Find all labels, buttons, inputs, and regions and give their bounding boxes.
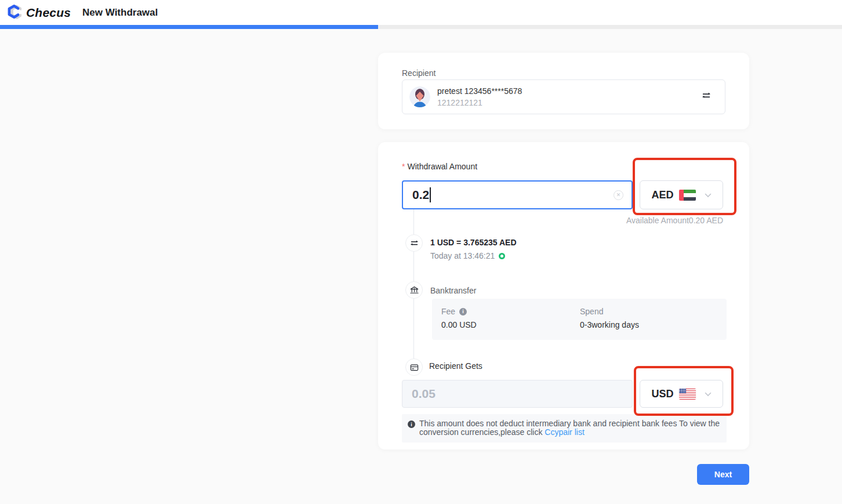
required-mark: *	[402, 162, 405, 171]
withdrawal-form-card: *Withdrawal Amount 0.2 ✕ AED Available A…	[378, 142, 749, 449]
next-button[interactable]: Next	[697, 464, 749, 485]
recipient-texts: pretest 123456****5678 1212212121	[437, 86, 522, 107]
fee-value: 0.00 USD	[441, 320, 477, 329]
recipient-card: Recipient pretest 123456****5678 1212212…	[378, 53, 749, 129]
bank-icon	[405, 281, 423, 299]
progress-bar-track	[0, 25, 842, 29]
recipient-gets-label: Recipient Gets	[429, 361, 482, 371]
spend-label: Spend	[580, 307, 603, 316]
usd-flag-icon	[679, 389, 696, 400]
available-amount-hint: Available Amount0.20 AED	[626, 216, 723, 225]
rate-time-text: Today at 13:46:21	[430, 251, 495, 260]
rate-refresh-icon	[499, 253, 505, 259]
note-text: This amount does not deduct intermediary…	[419, 419, 722, 437]
chevron-down-icon	[705, 389, 712, 399]
spend-value: 0-3working days	[580, 320, 639, 329]
recipient-avatar	[409, 86, 430, 107]
note-box: i This amount does not deduct intermedia…	[402, 414, 727, 443]
recipient-account: 1212212121	[437, 98, 522, 107]
brand-name: Checus	[26, 6, 71, 20]
spend-column: Spend 0-3working days	[580, 307, 639, 329]
spend-label-row: Spend	[580, 307, 639, 316]
text-cursor	[430, 187, 431, 202]
aed-flag-icon	[679, 190, 696, 201]
to-currency-select[interactable]: USD	[640, 380, 723, 408]
from-currency-select[interactable]: AED	[640, 180, 723, 209]
recipient-label: Recipient	[402, 68, 435, 78]
withdrawal-amount-value: 0.2	[412, 188, 429, 202]
ccypair-list-link[interactable]: Ccypair list	[545, 427, 584, 437]
exchange-rate-icon	[405, 234, 423, 252]
fee-label-row: Fee i	[441, 307, 477, 316]
clear-icon[interactable]: ✕	[614, 190, 623, 200]
switch-recipient-icon[interactable]	[702, 92, 711, 102]
app-header: Checus New Withdrawal	[0, 0, 842, 25]
rate-time-row: Today at 13:46:21	[430, 251, 505, 260]
brand: Checus	[6, 3, 71, 23]
recipient-gets-input[interactable]: 0.05	[402, 380, 633, 408]
recipient-name: pretest 123456****5678	[437, 86, 522, 96]
exchange-rate-text: 1 USD = 3.765235 AED	[430, 238, 517, 247]
bank-card-icon	[405, 358, 423, 376]
progress-bar-fill	[0, 25, 378, 29]
fee-label: Fee	[441, 307, 455, 316]
chevron-down-icon	[705, 190, 712, 200]
withdrawal-amount-input[interactable]: 0.2 ✕	[402, 180, 633, 209]
withdrawal-amount-label: *Withdrawal Amount	[402, 162, 477, 171]
fee-box: Fee i 0.00 USD Spend 0-3working days	[432, 299, 727, 340]
fee-info-icon[interactable]: i	[459, 308, 467, 316]
recipient-selector[interactable]: pretest 123456****5678 1212212121	[402, 79, 725, 114]
brand-logo-icon	[6, 3, 21, 23]
withdrawal-amount-label-text: Withdrawal Amount	[407, 162, 477, 171]
transfer-method-label: Banktransfer	[430, 286, 476, 295]
note-info-icon: i	[408, 420, 415, 428]
recipient-gets-value: 0.05	[412, 387, 435, 401]
to-currency-code: USD	[651, 388, 673, 400]
page-title: New Withdrawal	[82, 7, 158, 19]
fee-column: Fee i 0.00 USD	[441, 307, 477, 329]
from-currency-code: AED	[651, 189, 673, 201]
